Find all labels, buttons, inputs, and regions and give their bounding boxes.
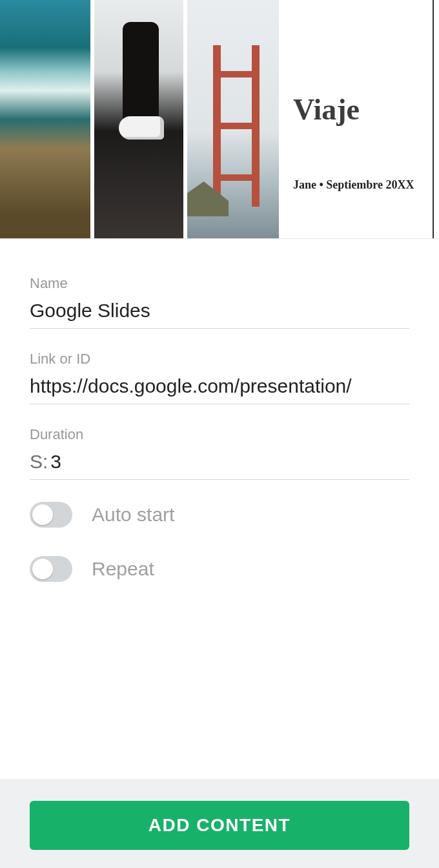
- preview-title: Viaje: [293, 92, 418, 127]
- name-field: Name Google Slides: [30, 275, 409, 329]
- duration-label: Duration: [30, 426, 409, 443]
- name-label: Name: [30, 275, 409, 292]
- link-label: Link or ID: [30, 351, 409, 367]
- footer: ADD CONTENT: [0, 779, 439, 868]
- content-form: Name Google Slides Link or ID https://do…: [0, 238, 439, 779]
- name-input[interactable]: Google Slides: [30, 300, 409, 329]
- duration-prefix: S:: [30, 451, 48, 473]
- preview-image-3: [187, 0, 279, 238]
- auto-start-label: Auto start: [92, 504, 174, 526]
- add-content-button[interactable]: ADD CONTENT: [30, 801, 409, 850]
- repeat-toggle[interactable]: [30, 556, 72, 582]
- duration-value: 3: [50, 451, 61, 473]
- duration-field: Duration S: 3: [30, 426, 409, 480]
- slide-preview: Viaje Jane • Septiembre 20XX: [0, 0, 434, 238]
- auto-start-toggle[interactable]: [30, 502, 72, 528]
- auto-start-row: Auto start: [30, 502, 409, 528]
- preview-image-2: [94, 0, 183, 238]
- repeat-row: Repeat: [30, 556, 409, 582]
- link-field: Link or ID https://docs.google.com/prese…: [30, 351, 409, 404]
- link-input[interactable]: https://docs.google.com/presentation/: [30, 375, 409, 404]
- duration-input[interactable]: S: 3: [30, 451, 409, 480]
- preview-image-1: [0, 0, 90, 238]
- repeat-label: Repeat: [92, 558, 154, 580]
- preview-byline: Jane • Septiembre 20XX: [293, 178, 418, 192]
